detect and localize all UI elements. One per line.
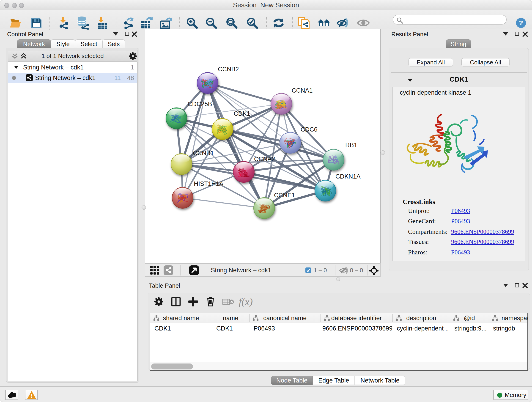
export-image-icon bbox=[159, 17, 173, 29]
control-panel-close-button[interactable] bbox=[131, 31, 137, 37]
node-label-HIST1H1A: HIST1H1A bbox=[194, 180, 223, 187]
network-canvas[interactable]: CCNB2CCNA1CDC25BCDK1CDC6RB1CCNB1CCNA2CDK… bbox=[145, 29, 380, 263]
hidden-eye-slash-icon bbox=[339, 267, 349, 274]
tab-edge-table[interactable]: Edge Table bbox=[313, 376, 355, 385]
crosslink-link[interactable]: P06493 bbox=[451, 249, 470, 256]
network-row-selected[interactable]: String Network – cdk1 11 48 bbox=[8, 73, 137, 83]
tree-expand-arrow-icon[interactable] bbox=[14, 65, 19, 69]
table-panel-minimize-button[interactable] bbox=[503, 284, 508, 287]
column-header-shared-name[interactable]: shared name bbox=[150, 313, 212, 323]
control-panel-minimize-button[interactable] bbox=[113, 32, 118, 36]
crosslink-label: GeneCard: bbox=[408, 217, 436, 225]
crosslink-link[interactable]: 9606.ENSP00000378699 bbox=[451, 238, 514, 245]
results-panel-float-button[interactable] bbox=[515, 32, 519, 36]
zoom-out-button[interactable] bbox=[205, 17, 217, 30]
node-table-header: shared namenamecanonical namedatabase id… bbox=[150, 313, 527, 323]
hide-selected-button[interactable] bbox=[336, 17, 350, 30]
network-column-icon bbox=[492, 315, 498, 321]
open-session-button[interactable] bbox=[9, 17, 22, 30]
crosslink-link[interactable]: P06493 bbox=[451, 218, 470, 225]
save-session-button[interactable] bbox=[31, 17, 42, 30]
node-label-CCNB2: CCNB2 bbox=[218, 66, 239, 73]
table-cell[interactable]: stringdb:9... bbox=[454, 324, 488, 333]
memory-button[interactable]: Memory bbox=[493, 390, 528, 400]
scrollbar-thumb[interactable] bbox=[151, 364, 193, 370]
tab-string[interactable]: String bbox=[446, 39, 471, 49]
import-network-database-button[interactable] bbox=[76, 16, 89, 31]
section-gene-name: CDK1 bbox=[391, 75, 527, 83]
search-icon bbox=[396, 17, 403, 24]
network-status-dot-icon bbox=[12, 76, 16, 80]
control-panel-float-button[interactable] bbox=[125, 32, 129, 36]
protein-structure-image bbox=[404, 110, 491, 183]
search-input[interactable] bbox=[393, 15, 507, 25]
collapse-all-button[interactable]: Collapse All bbox=[462, 58, 510, 66]
network-collection-row[interactable]: String Network – cdk1 1 bbox=[8, 62, 137, 73]
birds-eye-toggle-icon[interactable] bbox=[369, 266, 379, 275]
warning-status-button[interactable] bbox=[25, 390, 38, 400]
column-header-name[interactable]: name bbox=[212, 313, 249, 323]
left-splitter-handle[interactable] bbox=[142, 205, 146, 210]
table-cell[interactable]: cyclin-dependent ... bbox=[397, 324, 449, 333]
right-splitter-handle[interactable] bbox=[380, 150, 385, 155]
graph-node-CDKN1A: CDKN1A bbox=[315, 173, 361, 201]
crosslink-label: Uniprot: bbox=[408, 207, 430, 215]
table-cell[interactable]: P06493 bbox=[254, 324, 320, 333]
copy-view-button[interactable] bbox=[298, 17, 310, 30]
tab-select[interactable]: Select bbox=[75, 39, 103, 49]
results-panel-minimize-button[interactable] bbox=[503, 32, 508, 36]
tab-style[interactable]: Style bbox=[51, 39, 75, 49]
new-table-button[interactable] bbox=[140, 17, 153, 30]
table-horizontal-scrollbar[interactable] bbox=[150, 362, 527, 370]
add-column-icon[interactable] bbox=[188, 297, 198, 306]
column-header--id[interactable]: @id bbox=[450, 313, 489, 323]
titlebar: Session: New Session bbox=[0, 0, 532, 10]
table-cell[interactable]: stringdb bbox=[493, 324, 528, 333]
tab-sets[interactable]: Sets bbox=[103, 39, 125, 49]
import-database-icon bbox=[76, 16, 89, 30]
column-header-canonical-name[interactable]: canonical name bbox=[249, 313, 321, 323]
delete-column-icon[interactable] bbox=[206, 296, 215, 307]
open-in-new-window-icon[interactable] bbox=[189, 265, 199, 275]
import-table-file-button[interactable] bbox=[96, 17, 109, 30]
hidden-counter: 0 – 0 bbox=[350, 264, 363, 277]
network-view-share-icon[interactable] bbox=[164, 265, 173, 275]
column-header-description[interactable]: description bbox=[393, 313, 450, 323]
table-cell[interactable]: 9606.ENSP00000378699 bbox=[322, 324, 392, 333]
refresh-button[interactable] bbox=[272, 17, 285, 30]
results-section-header[interactable]: CDK1 bbox=[391, 73, 527, 87]
grid-view-icon[interactable] bbox=[150, 266, 159, 274]
results-panel-close-button[interactable] bbox=[522, 31, 528, 37]
export-image-button[interactable] bbox=[159, 17, 173, 30]
cloud-status-button[interactable] bbox=[5, 390, 18, 400]
crosslink-link[interactable]: P06493 bbox=[451, 207, 470, 215]
tab-node-table[interactable]: Node Table bbox=[271, 376, 313, 385]
separator bbox=[180, 265, 181, 275]
control-panel: Control Panel Network Style Select Sets … bbox=[2, 29, 143, 386]
network-view-title: String Network – cdk1 bbox=[211, 264, 271, 277]
column-header-namespace[interactable]: namespace bbox=[489, 313, 528, 323]
gear-icon[interactable] bbox=[129, 52, 137, 60]
tab-network-table[interactable]: Network Table bbox=[355, 376, 405, 385]
graph-node-CCNA1: CCNA1 bbox=[271, 87, 313, 114]
crosslink-link[interactable]: 9606.ENSP00000378699 bbox=[451, 228, 514, 235]
separator bbox=[335, 265, 336, 275]
expand-all-button[interactable]: Expand All bbox=[409, 58, 453, 66]
selected-checkbox-icon[interactable] bbox=[305, 268, 311, 273]
table-panel-float-button[interactable] bbox=[515, 283, 519, 287]
home-button[interactable] bbox=[317, 17, 330, 29]
show-column-icon[interactable] bbox=[171, 297, 181, 306]
help-button[interactable]: ? bbox=[515, 17, 526, 29]
table-cell[interactable]: CDK1 bbox=[154, 324, 211, 333]
table-panel-close-button[interactable] bbox=[522, 283, 528, 288]
new-network-button[interactable] bbox=[123, 17, 135, 30]
zoom-in-button[interactable] bbox=[186, 17, 198, 30]
zoom-fit-button[interactable] bbox=[225, 17, 238, 30]
show-all-button[interactable] bbox=[357, 18, 370, 29]
zoom-selected-button[interactable] bbox=[246, 17, 259, 30]
table-cell[interactable]: CDK1 bbox=[216, 324, 249, 333]
tab-network[interactable]: Network bbox=[17, 39, 51, 49]
column-header-database-identifier[interactable]: database identifier bbox=[321, 313, 393, 323]
import-network-file-button[interactable] bbox=[57, 17, 70, 30]
table-gear-icon[interactable] bbox=[154, 297, 164, 306]
